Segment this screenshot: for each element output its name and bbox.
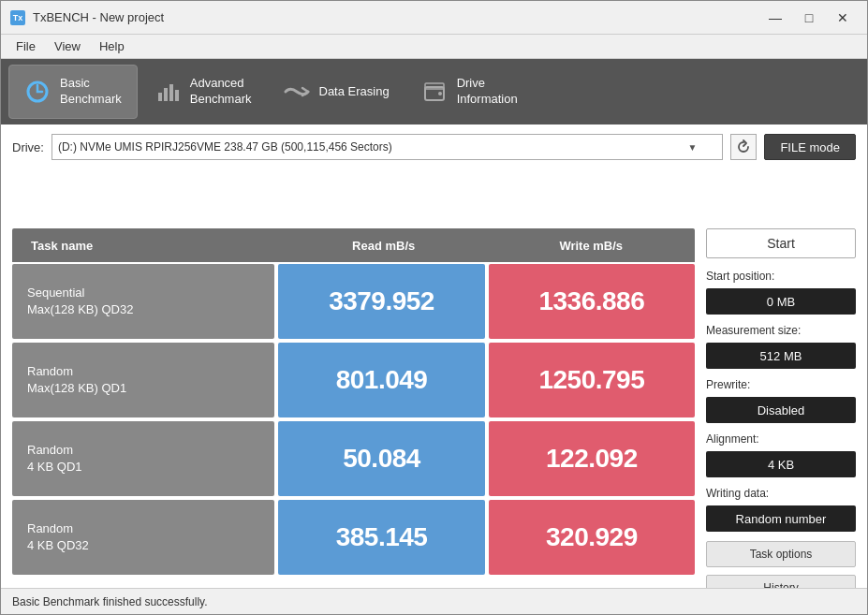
drive-label: Drive: xyxy=(12,140,44,154)
header-write: Write mB/s xyxy=(487,239,695,253)
read-value-seq-128-qd32: 3379.952 xyxy=(329,286,434,316)
header-task: Task name xyxy=(12,239,280,253)
menu-view[interactable]: View xyxy=(47,37,88,55)
start-position-value[interactable]: 0 MB xyxy=(706,288,856,315)
bench-row-seq-128-qd32: Sequential Max(128 KB) QD32 3379.952 133… xyxy=(12,264,695,339)
write-value-random-128-qd1: 1250.795 xyxy=(538,365,644,395)
drive-refresh-button[interactable] xyxy=(730,134,757,160)
write-value-seq-128-qd32: 1336.886 xyxy=(538,286,644,316)
title-bar-controls: — □ ✕ xyxy=(760,7,858,29)
svg-rect-3 xyxy=(169,84,173,101)
window-title: TxBENCH - New project xyxy=(33,10,164,24)
benchmark-section: Task name Read mB/s Write mB/s Sequentia… xyxy=(12,228,695,605)
main-window: Tx TxBENCH - New project — □ ✕ File View… xyxy=(0,0,868,615)
write-random-128-qd1: 1250.795 xyxy=(489,343,695,417)
start-position-label: Start position: xyxy=(706,270,856,283)
basic-benchmark-label: Basic Benchmark xyxy=(60,76,122,108)
svg-rect-1 xyxy=(158,93,162,101)
measurement-size-value[interactable]: 512 MB xyxy=(706,343,856,369)
write-random-4k-qd1: 122.092 xyxy=(489,421,695,496)
main-content: Drive: (D:) NVMe UMIS RPIRJ256VME 238.47… xyxy=(1,124,867,228)
toolbar-btn-basic-benchmark[interactable]: Basic Benchmark xyxy=(8,65,138,119)
measurement-size-label: Measurement size: xyxy=(706,324,856,337)
drive-row: Drive: (D:) NVMe UMIS RPIRJ256VME 238.47… xyxy=(12,134,856,160)
right-panel: Start Start position: 0 MB Measurement s… xyxy=(706,228,856,605)
svg-rect-4 xyxy=(175,90,179,101)
svg-point-7 xyxy=(438,92,442,95)
drive-select[interactable]: (D:) NVMe UMIS RPIRJ256VME 238.47 GB (50… xyxy=(51,134,723,160)
drive-select-wrapper: (D:) NVMe UMIS RPIRJ256VME 238.47 GB (50… xyxy=(51,134,723,160)
toolbar-btn-drive-information[interactable]: Drive Information xyxy=(406,65,533,119)
svg-rect-2 xyxy=(164,88,168,101)
writing-data-value[interactable]: Random number xyxy=(706,505,856,532)
toolbar-btn-data-erasing[interactable]: Data Erasing xyxy=(269,65,405,119)
bench-row-random-4k-qd1: Random 4 KB QD1 50.084 122.092 xyxy=(12,421,695,496)
content-area: Task name Read mB/s Write mB/s Sequentia… xyxy=(1,228,867,614)
maximize-button[interactable]: □ xyxy=(794,7,824,29)
drive-information-icon xyxy=(421,79,448,105)
read-value-random-4k-qd32: 385.145 xyxy=(336,522,428,552)
app-icon: Tx xyxy=(10,10,25,25)
header-read: Read mB/s xyxy=(280,239,488,253)
advanced-benchmark-label: Advanced Benchmark xyxy=(190,76,252,108)
title-bar-left: Tx TxBENCH - New project xyxy=(10,10,164,25)
toolbar-btn-advanced-benchmark[interactable]: Advanced Benchmark xyxy=(140,65,267,119)
basic-benchmark-icon xyxy=(24,79,51,105)
task-seq-128-qd32: Sequential Max(128 KB) QD32 xyxy=(12,264,274,339)
advanced-benchmark-icon xyxy=(154,79,181,105)
prewrite-value[interactable]: Disabled xyxy=(706,397,856,423)
minimize-button[interactable]: — xyxy=(760,7,790,29)
bench-header: Task name Read mB/s Write mB/s xyxy=(12,228,695,262)
task-random-128-qd1: Random Max(128 KB) QD1 xyxy=(12,343,274,417)
read-seq-128-qd32: 3379.952 xyxy=(278,264,484,339)
task-random-4k-qd1: Random 4 KB QD1 xyxy=(12,421,274,496)
read-value-random-4k-qd1: 50.084 xyxy=(343,444,420,474)
data-erasing-label: Data Erasing xyxy=(319,84,390,100)
toolbar: Basic Benchmark Advanced Benchmark xyxy=(1,59,867,124)
alignment-label: Alignment: xyxy=(706,432,856,446)
drive-information-label: Drive Information xyxy=(457,76,518,108)
bench-row-random-128-qd1: Random Max(128 KB) QD1 801.049 1250.795 xyxy=(12,343,695,417)
read-value-random-128-qd1: 801.049 xyxy=(336,365,428,395)
bench-row-random-4k-qd32: Random 4 KB QD32 385.145 320.929 xyxy=(12,500,695,575)
alignment-value[interactable]: 4 KB xyxy=(706,451,856,477)
start-button[interactable]: Start xyxy=(706,228,856,258)
writing-data-label: Writing data: xyxy=(706,487,856,500)
title-bar: Tx TxBENCH - New project — □ ✕ xyxy=(1,1,867,35)
menu-help[interactable]: Help xyxy=(92,37,132,55)
task-options-button[interactable]: Task options xyxy=(706,541,856,567)
status-text: Basic Benchmark finished successfully. xyxy=(12,595,208,608)
task-random-4k-qd32: Random 4 KB QD32 xyxy=(12,500,274,575)
write-seq-128-qd32: 1336.886 xyxy=(489,264,695,339)
write-value-random-4k-qd1: 122.092 xyxy=(546,444,638,474)
read-random-4k-qd1: 50.084 xyxy=(278,421,484,496)
write-value-random-4k-qd32: 320.929 xyxy=(546,522,638,552)
read-random-128-qd1: 801.049 xyxy=(278,343,484,417)
data-erasing-icon xyxy=(284,79,310,105)
file-mode-button[interactable]: FILE mode xyxy=(764,134,856,160)
prewrite-label: Prewrite: xyxy=(706,378,856,391)
read-random-4k-qd32: 385.145 xyxy=(278,500,484,575)
menu-file[interactable]: File xyxy=(8,37,43,55)
close-button[interactable]: ✕ xyxy=(828,7,858,29)
write-random-4k-qd32: 320.929 xyxy=(489,500,695,575)
menu-bar: File View Help xyxy=(1,35,867,59)
status-bar: Basic Benchmark finished successfully. xyxy=(1,588,867,614)
